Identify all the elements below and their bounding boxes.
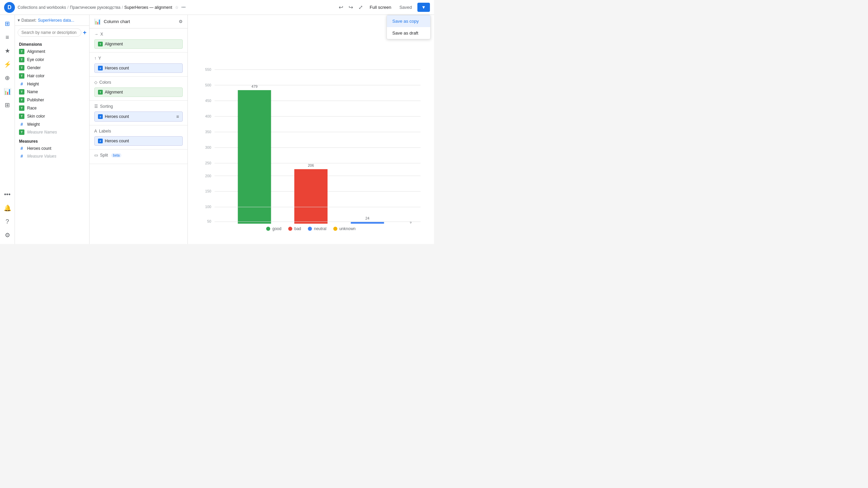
sidebar-icon-bell[interactable]: 🔔 [1,202,14,214]
y-axis-chip[interactable]: # Heroes count [94,63,183,73]
field-name: Weight [27,122,40,127]
split-icon: ▭ [94,153,98,158]
sorting-chip[interactable]: # Heroes count ≡ [94,111,183,122]
field-measure-names[interactable]: T Measure Names [15,128,89,136]
field-type-icon: # [19,154,24,159]
chart-settings-icon[interactable]: ⚙ [179,19,183,24]
field-name: Height [27,82,39,86]
y-arrow-icon: ↑ [94,56,96,61]
field-hair-color[interactable]: T Hair color [15,72,89,80]
legend-dot-bad [288,227,292,231]
colors-icon: ◇ [94,80,97,85]
chart-config-panel: 📊 Column chart ⚙ → X T Alignment ↑ Y # H… [90,15,188,244]
sidebar-icon-help[interactable]: ? [1,216,14,228]
y-axis-label: ↑ Y [94,56,183,61]
x-axis-label: → X [94,32,183,37]
dataset-name[interactable]: SuperHeroes data... [38,18,74,23]
sidebar-icons: ⊞ ≡ ★ ⚡ ⊕ 📊 ⊞ ••• 🔔 ? ⚙ [0,15,15,244]
save-dropdown-button[interactable]: ▼ [417,3,430,12]
field-height[interactable]: # Height [15,80,89,88]
star-icon[interactable]: ☆ [175,5,179,10]
field-name-item[interactable]: T Name [15,88,89,96]
legend-label-good: good [272,226,281,231]
colors-chip[interactable]: T Alignment [94,87,183,97]
field-gender[interactable]: T Gender [15,64,89,72]
field-type-icon: T [19,49,24,54]
x-arrow-icon: → [94,32,98,37]
field-name: Skin color [27,114,45,119]
fullscreen-button[interactable]: Full screen [367,3,394,11]
legend-unknown: unknown [333,226,356,231]
split-section: ▭ Split beta [90,149,188,164]
add-field-button[interactable]: + [83,29,86,36]
breadcrumb: Collections and workbooks / Практические… [18,5,335,10]
svg-text:24: 24 [366,216,370,220]
collapse-button[interactable]: ▾ [18,18,20,23]
field-weight[interactable]: # Weight [15,120,89,128]
app-logo[interactable]: D [4,2,15,13]
breadcrumb-part1[interactable]: Collections and workbooks [18,5,66,10]
sidebar-icon-grid[interactable]: ⊞ [1,18,14,30]
sidebar-icon-list[interactable]: ≡ [1,31,14,43]
field-measure-values[interactable]: # Measure Values [15,152,89,160]
saved-button[interactable]: Saved [397,3,415,11]
sidebar-icon-star[interactable]: ★ [1,45,14,57]
beta-badge: beta [111,153,121,158]
undo-button[interactable]: ↩ [337,3,344,12]
more-options-icon[interactable]: ••• [181,5,186,10]
search-input[interactable] [18,28,81,37]
expand-button[interactable]: ⤢ [357,3,364,12]
sorting-label: ☰ Sorting [94,104,183,109]
sorting-section: ☰ Sorting # Heroes count ≡ [90,101,188,125]
chart-title: Column chart [104,19,176,24]
svg-text:206: 206 [308,163,314,167]
field-type-icon: T [19,89,24,95]
bar-neutral[interactable] [351,222,384,224]
sidebar-icon-settings[interactable]: ⚙ [1,229,14,241]
field-name: Gender [27,65,41,70]
svg-text:200: 200 [205,174,211,178]
split-label: ▭ Split beta [94,153,183,158]
labels-chip[interactable]: # Heroes count [94,136,183,146]
bar-bad[interactable] [294,169,328,224]
field-type-icon: T [19,97,24,103]
breadcrumb-current[interactable]: SuperHeroes — alignment [124,5,172,10]
save-as-draft-item[interactable]: Save as draft [387,27,430,39]
field-heroes-count[interactable]: # Heroes count [15,144,89,152]
labels-label: A Labels [94,129,183,134]
sidebar-icon-link[interactable]: ⊕ [1,72,14,84]
field-alignment[interactable]: T Alignment [15,47,89,56]
sidebar-icon-dots[interactable]: ••• [1,188,14,201]
sidebar-icon-chart[interactable]: 📊 [1,85,14,98]
field-name: Alignment [27,49,45,54]
field-publisher[interactable]: T Publisher [15,96,89,104]
svg-text:400: 400 [205,114,211,118]
field-skin-color[interactable]: T Skin color [15,112,89,120]
field-race[interactable]: T Race [15,104,89,112]
chip-text: Alignment [105,42,123,46]
chevron-down-icon: ▼ [421,5,426,10]
chip-icon: T [98,90,103,95]
breadcrumb-sep2: / [122,5,123,10]
field-name: Hair color [27,74,44,78]
field-type-icon: # [19,146,24,151]
x-axis-chip[interactable]: T Alignment [94,39,183,49]
breadcrumb-part2[interactable]: Практические руководства [70,5,120,10]
labels-icon: A [94,129,97,134]
fields-panel-header: ▾ Dataset: SuperHeroes data... [15,15,89,26]
bar-good[interactable] [238,90,271,224]
field-eye-color[interactable]: T Eye color [15,56,89,64]
save-as-copy-item[interactable]: Save as copy [387,15,430,27]
y-axis-section: ↑ Y # Heroes count [90,53,188,77]
sidebar-icon-bolt[interactable]: ⚡ [1,58,14,70]
sidebar-icon-table[interactable]: ⊞ [1,99,14,111]
legend-dot-unknown [333,227,337,231]
field-type-icon: T [19,129,24,135]
breadcrumb-sep1: / [67,5,68,10]
field-type-icon: # [19,122,24,127]
redo-button[interactable]: ↪ [347,3,354,12]
sort-icon[interactable]: ≡ [176,114,179,119]
field-type-icon: T [19,114,24,119]
fields-search: + [15,26,89,39]
chart-area: 550 500 450 400 350 300 250 200 150 [188,15,434,244]
